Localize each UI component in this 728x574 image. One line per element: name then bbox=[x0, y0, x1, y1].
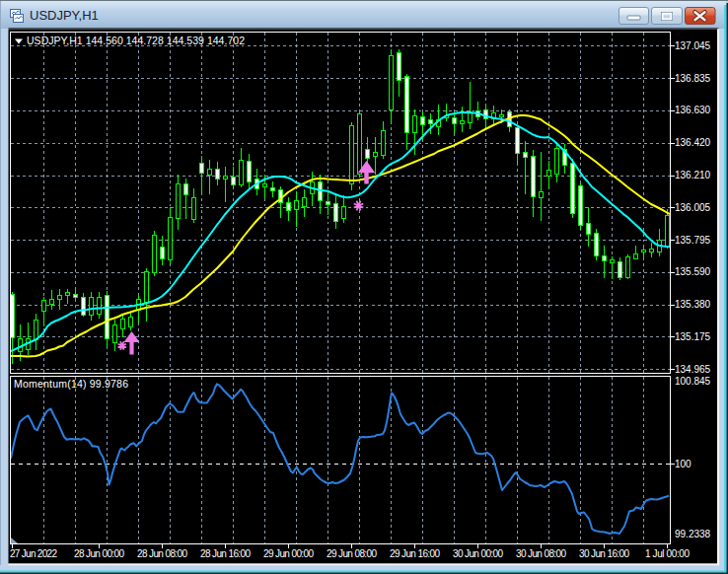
svg-text:29 Jun 16:00: 29 Jun 16:00 bbox=[390, 548, 440, 559]
svg-text:134.965: 134.965 bbox=[675, 364, 711, 375]
svg-text:136.420: 136.420 bbox=[675, 137, 711, 148]
svg-text:135.795: 135.795 bbox=[675, 235, 711, 246]
svg-text:136.005: 136.005 bbox=[675, 202, 711, 213]
svg-text:29 Jun 08:00: 29 Jun 08:00 bbox=[327, 548, 377, 559]
svg-text:1 Jul 00:00: 1 Jul 00:00 bbox=[645, 548, 690, 559]
svg-text:30 Jun 16:00: 30 Jun 16:00 bbox=[579, 548, 629, 559]
svg-text:28 Jun 00:00: 28 Jun 00:00 bbox=[74, 548, 124, 559]
svg-text:137.045: 137.045 bbox=[675, 40, 711, 51]
svg-text:135.380: 135.380 bbox=[675, 299, 711, 310]
svg-text:28 Jun 08:00: 28 Jun 08:00 bbox=[137, 548, 187, 559]
svg-text:136.630: 136.630 bbox=[675, 105, 711, 115]
svg-text:136.210: 136.210 bbox=[675, 170, 711, 180]
svg-text:99.2338: 99.2338 bbox=[675, 529, 711, 539]
svg-text:30 Jun 00:00: 30 Jun 00:00 bbox=[453, 548, 503, 559]
svg-text:136.835: 136.835 bbox=[675, 73, 711, 84]
svg-text:Momentum(14) 99.9786: Momentum(14) 99.9786 bbox=[14, 378, 128, 390]
svg-text:28 Jun 16:00: 28 Jun 16:00 bbox=[200, 548, 251, 559]
svg-text:30 Jun 08:00: 30 Jun 08:00 bbox=[516, 548, 566, 559]
svg-text:100: 100 bbox=[675, 459, 692, 469]
svg-text:27 Jun 2022: 27 Jun 2022 bbox=[10, 548, 57, 559]
svg-text:USDJPY,H1 144.560 144.728 144.: USDJPY,H1 144.560 144.728 144.539 144.70… bbox=[27, 35, 245, 46]
svg-text:100.845: 100.845 bbox=[675, 376, 711, 387]
svg-text:135.590: 135.590 bbox=[675, 266, 711, 277]
svg-text:USDJPY,H1: USDJPY,H1 bbox=[30, 8, 99, 23]
svg-text:29 Jun 00:00: 29 Jun 00:00 bbox=[263, 548, 314, 559]
svg-text:135.175: 135.175 bbox=[675, 331, 711, 342]
